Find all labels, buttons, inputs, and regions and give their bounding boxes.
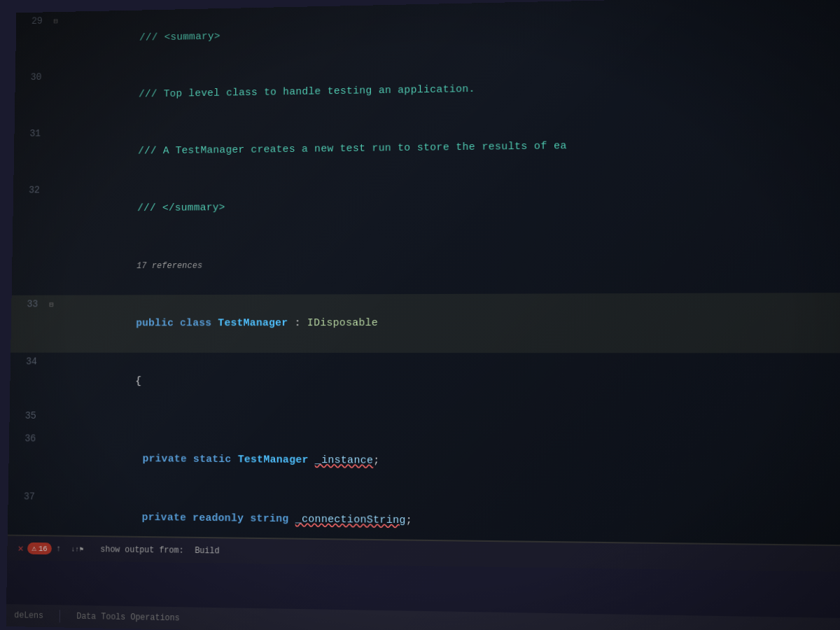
code-text: {	[79, 353, 840, 414]
code-text	[79, 419, 840, 422]
code-line-ref1: 17 references	[12, 232, 840, 295]
code-text: private readonly string _connectionStrin…	[78, 488, 840, 542]
nav-buttons[interactable]: ↓↑⚑	[71, 542, 85, 556]
code-line-34: 34 {	[10, 353, 840, 414]
line-number: 31	[14, 128, 48, 139]
error-badge: ⚠ 16	[27, 542, 51, 554]
line-number: 36	[9, 433, 44, 444]
delens-label: deLens	[14, 610, 43, 621]
code-line-36: 36 private static TestManager _instance;	[8, 430, 840, 496]
error-count: 16	[38, 545, 48, 553]
code-line-32: 32 /// </summary>	[13, 173, 840, 239]
code-area: 29 ⊟ /// <summary> 30 /// Top level clas…	[8, 0, 840, 542]
close-output-button[interactable]: ✕	[14, 541, 28, 555]
code-text: /// A TestManager creates a new test run…	[83, 113, 840, 181]
line-number: 34	[10, 356, 46, 368]
build-label: Build	[195, 545, 219, 556]
line-number: 29	[16, 15, 50, 27]
collapse-icon[interactable]: ⊟	[50, 17, 61, 26]
arrow-up-button[interactable]: ↑	[52, 542, 66, 556]
line-number: 32	[13, 185, 48, 196]
error-indicator: ⚠ 16	[33, 541, 47, 555]
code-text-public-class: public class TestManager : IDisposable	[80, 293, 840, 353]
data-tools-label: Data Tools Operations	[76, 612, 180, 624]
line-number: 33	[11, 299, 46, 310]
code-text: /// </summary>	[82, 173, 840, 238]
show-output-label: show output from:	[100, 545, 183, 556]
code-text: private static TestManager _instance;	[78, 430, 840, 495]
line-number: 37	[8, 491, 43, 502]
collapse-icon[interactable]: ⊟	[46, 300, 57, 309]
code-line-33: 33 ⊟ public class TestManager : IDisposa…	[10, 293, 840, 353]
line-number: 35	[10, 410, 45, 421]
line-number: 30	[15, 71, 50, 83]
code-line-31: 31 /// A TestManager creates a new test …	[13, 113, 840, 181]
separator	[59, 610, 60, 622]
error-icon: ⚠	[31, 543, 36, 554]
code-editor-screen: 29 ⊟ /// <summary> 30 /// Top level clas…	[6, 0, 840, 630]
code-text: 17 references	[81, 232, 840, 295]
